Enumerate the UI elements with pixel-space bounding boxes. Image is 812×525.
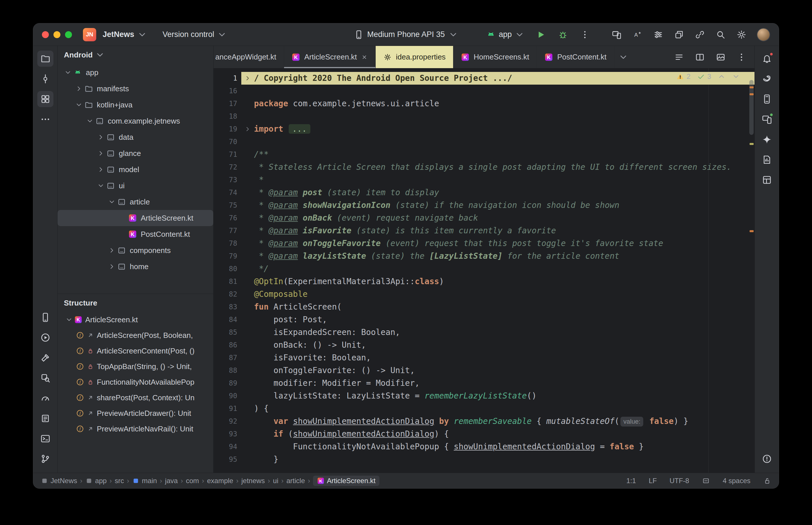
- tool-profiler[interactable]: [37, 390, 54, 406]
- tool-logcat[interactable]: [37, 410, 54, 426]
- tree-item-ui[interactable]: ui: [58, 178, 213, 194]
- close-tab-button[interactable]: [361, 54, 368, 61]
- code-line[interactable]: 83fun ArticleScreen(: [213, 301, 754, 313]
- checks-indicator[interactable]: 3: [697, 73, 711, 80]
- code-line[interactable]: 76 * @param onBack (event) request navig…: [213, 212, 754, 224]
- tab-anceappwidget-kt[interactable]: anceAppWidget.kt: [213, 46, 284, 68]
- code-line[interactable]: 82@Composable: [213, 288, 754, 301]
- next-problem-button[interactable]: [732, 73, 740, 80]
- tool-device-explorer[interactable]: [759, 91, 775, 107]
- breadcrumb-item-jetnews[interactable]: jetnews: [241, 477, 265, 485]
- device-mirror-button[interactable]: [610, 28, 623, 41]
- code-line[interactable]: 91) {: [213, 402, 754, 415]
- tab-articlescreen-kt[interactable]: KArticleScreen.kt: [284, 46, 376, 68]
- zoom-window-button[interactable]: [65, 31, 72, 38]
- structure-item[interactable]: fsharePost(Post, Context): Un: [58, 390, 213, 405]
- settings-gear-button[interactable]: [735, 28, 748, 41]
- split-editor-button[interactable]: [693, 50, 707, 64]
- tool-run[interactable]: [37, 330, 54, 346]
- breadcrumb-item-com[interactable]: com: [186, 477, 199, 485]
- code-line[interactable]: 72 * Stateless Article Screen that displ…: [213, 161, 754, 174]
- code-line[interactable]: 73 *: [213, 174, 754, 186]
- debug-button[interactable]: [556, 28, 570, 41]
- inspections-widget[interactable]: 2 3: [676, 73, 740, 80]
- user-avatar[interactable]: [757, 28, 770, 41]
- editor-scrollbar[interactable]: [748, 69, 754, 473]
- code-line[interactable]: 78 * @param onToggleFavorite (event) req…: [213, 237, 754, 250]
- code-line[interactable]: 93 if (showUnimplementedActionDialog) {: [213, 428, 754, 440]
- tool-app-quality-insights[interactable]: [759, 152, 775, 168]
- file-encoding[interactable]: UTF-8: [669, 477, 689, 485]
- tool-running-devices[interactable]: [759, 111, 775, 127]
- code-line[interactable]: 84 post: Post,: [213, 313, 754, 326]
- breadcrumb-item-articlescreen-kt[interactable]: KArticleScreen.kt: [313, 476, 380, 486]
- code-line[interactable]: 18: [213, 110, 754, 123]
- tool-project[interactable]: [37, 50, 54, 67]
- project-panel-header[interactable]: Android: [58, 46, 213, 64]
- more-actions-button[interactable]: [578, 28, 591, 41]
- tree-item-com-example-jetnews[interactable]: com.example.jetnews: [58, 113, 213, 129]
- code-line[interactable]: 89 modifier: Modifier = Modifier,: [213, 377, 754, 390]
- tree-item-article[interactable]: article: [58, 194, 213, 210]
- tool-gradle[interactable]: [759, 71, 775, 87]
- tab-list-button[interactable]: [673, 50, 686, 64]
- code-line[interactable]: 92 var showUnimplementedActionDialog by …: [213, 415, 754, 428]
- search-button[interactable]: [714, 28, 727, 41]
- tool-device-manager[interactable]: [37, 309, 54, 326]
- tool-notifications[interactable]: [759, 50, 775, 67]
- tree-item-manifests[interactable]: manifests: [58, 80, 213, 97]
- tree-item-glance[interactable]: glance: [58, 145, 213, 162]
- code-line[interactable]: 81@OptIn(ExperimentalMaterial3Api::class…: [213, 275, 754, 288]
- tool-more[interactable]: [37, 111, 54, 127]
- indent-size[interactable]: 4 spaces: [723, 477, 751, 485]
- tree-item-data[interactable]: data: [58, 129, 213, 145]
- tab-postcontent-kt[interactable]: KPostContent.kt: [537, 46, 614, 68]
- tool-commit[interactable]: [37, 71, 54, 87]
- tool-structure[interactable]: [37, 91, 54, 107]
- structure-item[interactable]: fPreviewArticleNavRail(): Unit: [58, 421, 213, 437]
- structure-item[interactable]: fFunctionalityNotAvailablePop: [58, 374, 213, 390]
- remote-dev-button[interactable]: [693, 28, 707, 41]
- more-vertical-button[interactable]: [735, 50, 748, 64]
- breadcrumb-item-main[interactable]: main: [132, 477, 157, 485]
- code-line[interactable]: 80 */: [213, 262, 754, 275]
- tool-version-control[interactable]: [37, 451, 54, 467]
- version-control-menu[interactable]: Version control: [159, 27, 231, 42]
- run-button[interactable]: [534, 28, 548, 41]
- tool-gemini[interactable]: [759, 131, 775, 148]
- minimize-window-button[interactable]: [54, 31, 60, 38]
- code-line[interactable]: 87 isFavorite: Boolean,: [213, 351, 754, 364]
- tree-item-articlescreen-kt[interactable]: KArticleScreen.kt: [58, 210, 213, 226]
- tree-item-model[interactable]: model: [58, 162, 213, 178]
- tab-homescreens-kt[interactable]: KHomeScreens.kt: [453, 46, 537, 68]
- tree-item-components[interactable]: components: [58, 242, 213, 258]
- code-line[interactable]: 71/**: [213, 148, 754, 161]
- code-line[interactable]: 75 * @param showNavigationIcon (state) i…: [213, 199, 754, 212]
- code-line[interactable]: 19import ...: [213, 123, 754, 135]
- prev-problem-button[interactable]: [718, 73, 726, 80]
- code-line[interactable]: 1/ Copyright 2020 The Android Open Sourc…: [213, 72, 754, 85]
- code-line[interactable]: 95 }: [213, 453, 754, 466]
- breadcrumb-item-app[interactable]: app: [85, 477, 107, 485]
- code-line[interactable]: 90 lazyListState: LazyListState = rememb…: [213, 390, 754, 402]
- tree-item-home[interactable]: home: [58, 258, 213, 275]
- structure-root[interactable]: K ArticleScreen.kt: [58, 312, 213, 328]
- plugins-button[interactable]: [673, 28, 686, 41]
- tree-item-kotlin-java[interactable]: kotlin+java: [58, 97, 213, 113]
- structure-item[interactable]: fArticleScreenContent(Post, (): [58, 343, 213, 359]
- warnings-indicator[interactable]: 2: [676, 73, 690, 80]
- code-line[interactable]: 88 onToggleFavorite: () -> Unit,: [213, 364, 754, 377]
- file-writable[interactable]: [763, 477, 771, 485]
- structure-item[interactable]: fPreviewArticleDrawer(): Unit: [58, 405, 213, 421]
- code-line[interactable]: 86 onBack: () -> Unit,: [213, 339, 754, 351]
- caret-position[interactable]: 1:1: [626, 477, 636, 485]
- tree-item-postcontent-kt[interactable]: KPostContent.kt: [58, 226, 213, 242]
- tool-terminal[interactable]: [37, 431, 54, 447]
- hidden-tabs-button[interactable]: [618, 46, 628, 68]
- code-line[interactable]: 94 FunctionalityNotAvailablePopup { show…: [213, 440, 754, 453]
- tool-layout-inspector[interactable]: [759, 172, 775, 188]
- tool-build[interactable]: [37, 350, 54, 366]
- structure-item[interactable]: fArticleScreen(Post, Boolean,: [58, 328, 213, 343]
- code-line[interactable]: 85 isExpandedScreen: Boolean,: [213, 326, 754, 339]
- tool-app-inspection[interactable]: [37, 370, 54, 386]
